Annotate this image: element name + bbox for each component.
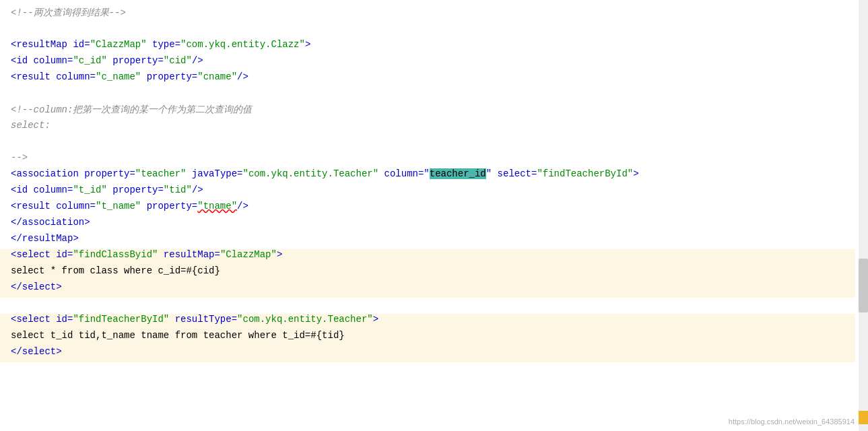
scrollbar-bottom-marker — [859, 411, 868, 424]
code-line — [0, 23, 855, 39]
code-line: <association property="teacher" javaType… — [0, 168, 855, 185]
scrollbar-thumb[interactable] — [859, 259, 868, 312]
code-line: select * from class where c_id=#{cid} — [0, 265, 855, 281]
code-line: <result column="t_name" property="tname"… — [0, 201, 855, 217]
code-line: <select id="findClassByid" resultMap="Cl… — [0, 249, 855, 265]
code-line: select t_id tid,t_name tname from teache… — [0, 330, 855, 346]
watermark: https://blog.csdn.net/weixin_64385914 — [729, 418, 855, 426]
code-line: </association> — [0, 217, 855, 233]
scrollbar-area[interactable] — [859, 0, 868, 431]
code-area: <!--两次查询得到结果--> <resultMap id="ClazzMap"… — [0, 0, 855, 369]
code-line: </resultMap> — [0, 233, 855, 249]
code-line: <result column="c_name" property="cname"… — [0, 71, 855, 88]
code-line: <select id="findTeacherById" resultType=… — [0, 314, 855, 330]
code-line — [0, 136, 855, 152]
code-line — [0, 88, 855, 104]
code-line: <resultMap id="ClazzMap" type="com.ykq.e… — [0, 39, 855, 55]
code-line: <!--column:把第一次查询的某一个作为第二次查询的值 — [0, 104, 855, 120]
code-line: select: — [0, 120, 855, 136]
code-line: </select> — [0, 281, 855, 298]
code-container: <!--两次查询得到结果--> <resultMap id="ClazzMap"… — [0, 0, 868, 431]
code-line — [0, 298, 855, 314]
code-line: <id column="c_id" property="cid"/> — [0, 55, 855, 71]
code-line: <!--两次查询得到结果--> — [0, 7, 855, 23]
code-line: --> — [0, 152, 855, 168]
code-line: <id column="t_id" property="tid"/> — [0, 185, 855, 201]
code-line: </select> — [0, 346, 855, 362]
